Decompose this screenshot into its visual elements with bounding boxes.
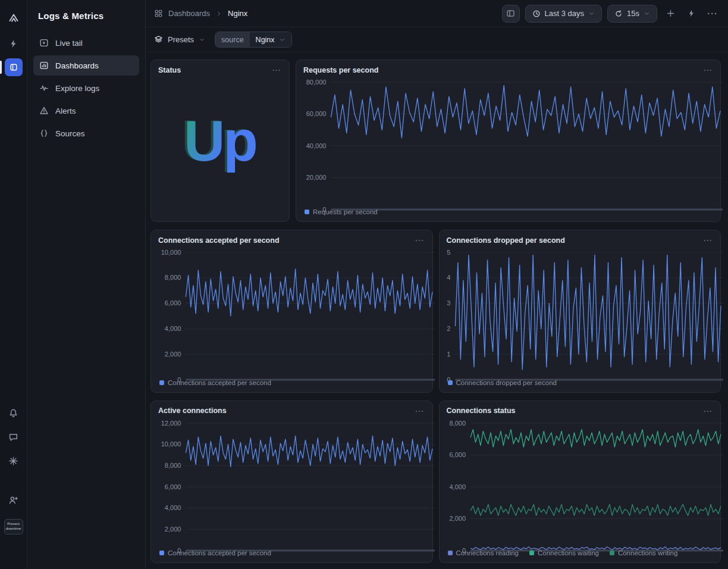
legend-item[interactable]: Connections reading xyxy=(448,549,519,557)
breadcrumb: Dashboards Nginx xyxy=(154,9,247,18)
legend-item[interactable]: Connections accepted per second xyxy=(159,549,271,557)
legend-label: Connections writing xyxy=(618,549,677,557)
quick-actions-button[interactable] xyxy=(683,6,699,21)
legend-swatch xyxy=(448,551,453,555)
prevent-downtime-badge[interactable]: Prevent downtime xyxy=(4,519,23,534)
source-value-select[interactable]: Nginx xyxy=(250,32,291,47)
panel-menu-button[interactable]: ⋯ xyxy=(702,236,713,245)
legend-item[interactable]: Requests per second xyxy=(305,208,378,215)
legend-label: Connections accepted per second xyxy=(168,379,271,386)
legend-item[interactable]: Connections waiting xyxy=(529,549,599,557)
time-range-value: Last 3 days xyxy=(545,9,585,18)
breadcrumb-page: Nginx xyxy=(228,9,247,18)
svg-text:4,000: 4,000 xyxy=(165,325,181,332)
panel-toggle-icon xyxy=(506,9,515,18)
svg-text:1: 1 xyxy=(447,351,450,358)
svg-text:60,000: 60,000 xyxy=(306,110,327,117)
app-rail: Prevent downtime xyxy=(0,0,27,569)
clock-icon xyxy=(532,10,541,18)
legend-item[interactable]: Connections dropped per second xyxy=(448,379,557,386)
sidebar-item-sources[interactable]: Sources xyxy=(33,123,139,143)
legend-item[interactable]: Connections writing xyxy=(610,549,677,557)
svg-text:6,000: 6,000 xyxy=(449,451,466,458)
legend-swatch xyxy=(529,551,534,555)
svg-text:80,000: 80,000 xyxy=(306,79,327,86)
connections-accepted-chart[interactable]: 02,0004,0006,0008,00010,000 xyxy=(151,246,432,377)
chevron-down-icon xyxy=(279,36,285,43)
chevron-down-icon xyxy=(644,10,650,17)
chart-legend: Connections accepted per second xyxy=(151,548,432,562)
source-label: source xyxy=(215,32,250,47)
dashboard-toolbar: Presets source Nginx xyxy=(146,27,728,52)
panel-connections-status: Connections status ⋯ 02,0004,0006,0008,0… xyxy=(439,401,721,563)
sidebar-item-label: Alerts xyxy=(55,107,76,115)
refresh-interval-value: 15s xyxy=(627,9,639,18)
svg-text:2,000: 2,000 xyxy=(165,351,181,358)
sidebar-item-explore-logs[interactable]: Explore logs xyxy=(33,78,139,98)
sidebar-item-dashboards[interactable]: Dashboards xyxy=(33,55,139,76)
requests-per-second-chart[interactable]: 020,00040,00060,00080,000 xyxy=(296,76,720,207)
panel-toggle-button[interactable] xyxy=(502,5,520,23)
panel-row-2: Connections accepted per second ⋯ 02,000… xyxy=(150,230,721,392)
panel-title: Connections status xyxy=(447,407,516,415)
svg-text:40,000: 40,000 xyxy=(306,142,327,149)
add-panel-button[interactable] xyxy=(663,6,678,21)
presets-button[interactable]: Presets xyxy=(154,35,205,44)
svg-text:8,000: 8,000 xyxy=(449,419,466,426)
svg-text:2,000: 2,000 xyxy=(165,525,181,532)
panel-menu-button[interactable]: ⋯ xyxy=(414,407,425,415)
plus-icon xyxy=(666,9,675,18)
svg-text:10,000: 10,000 xyxy=(161,440,181,448)
breadcrumb-section[interactable]: Dashboards xyxy=(168,9,210,18)
main-area: Dashboards Nginx Last 3 days xyxy=(146,0,728,569)
legend-label: Requests per second xyxy=(313,208,378,215)
svg-text:8,000: 8,000 xyxy=(165,461,181,468)
panel-menu-button[interactable]: ⋯ xyxy=(702,65,713,74)
active-connections-chart[interactable]: 02,0004,0006,0008,00010,00012,000 xyxy=(151,417,432,548)
more-options-button[interactable]: ⋯ xyxy=(704,6,720,21)
svg-text:6,000: 6,000 xyxy=(165,483,181,490)
live-tail-icon xyxy=(39,38,49,48)
sidebar-item-label: Live tail xyxy=(55,39,83,48)
svg-text:4: 4 xyxy=(447,274,450,282)
top-bar: Dashboards Nginx Last 3 days xyxy=(146,0,728,27)
panel-connections-accepted: Connections accepted per second ⋯ 02,000… xyxy=(150,230,433,392)
time-range-select[interactable]: Last 3 days xyxy=(525,5,603,23)
layers-icon xyxy=(154,35,163,44)
notifications-bell-icon[interactable] xyxy=(5,404,23,422)
sidebar-item-alerts[interactable]: Alerts xyxy=(33,101,139,121)
panel-title: Active connections xyxy=(158,407,227,415)
alerts-icon xyxy=(39,106,49,115)
panel-title: Connections accepted per second xyxy=(158,236,280,245)
panel-title: Connections dropped per second xyxy=(447,236,565,245)
logo-icon[interactable] xyxy=(5,9,23,27)
legend-swatch xyxy=(159,380,164,385)
logs-metrics-app-icon[interactable] xyxy=(5,58,23,76)
svg-text:5: 5 xyxy=(447,249,450,256)
legend-swatch xyxy=(305,210,309,214)
svg-text:3: 3 xyxy=(447,299,450,307)
panel-title: Requests per second xyxy=(303,66,378,74)
connections-dropped-chart[interactable]: 012345 xyxy=(440,246,721,377)
panel-menu-button[interactable]: ⋯ xyxy=(702,407,713,415)
feedback-chat-icon[interactable] xyxy=(5,428,23,446)
svg-text:12,000: 12,000 xyxy=(161,419,181,426)
sparkle-icon[interactable] xyxy=(5,452,23,470)
legend-label: Connections dropped per second xyxy=(456,379,557,386)
invite-user-icon[interactable] xyxy=(5,491,23,509)
header-controls: Last 3 days 15s ⋯ xyxy=(502,5,720,23)
panel-menu-button[interactable]: ⋯ xyxy=(414,236,425,245)
panel-status: Status ⋯ Up xyxy=(150,60,290,222)
panel-menu-button[interactable]: ⋯ xyxy=(271,65,282,74)
svg-text:4,000: 4,000 xyxy=(449,483,466,490)
legend-swatch xyxy=(448,380,453,385)
chart-legend: Requests per second xyxy=(296,207,720,221)
bolt-icon xyxy=(687,9,696,18)
sidebar-item-live-tail[interactable]: Live tail xyxy=(33,33,139,53)
connections-status-chart[interactable]: 02,0004,0006,0008,000 xyxy=(440,417,721,548)
legend-item[interactable]: Connections accepted per second xyxy=(159,379,271,386)
legend-swatch xyxy=(610,551,614,555)
chevron-right-icon xyxy=(215,10,222,17)
flash-app-icon[interactable] xyxy=(5,35,23,52)
refresh-interval-select[interactable]: 15s xyxy=(607,5,657,23)
